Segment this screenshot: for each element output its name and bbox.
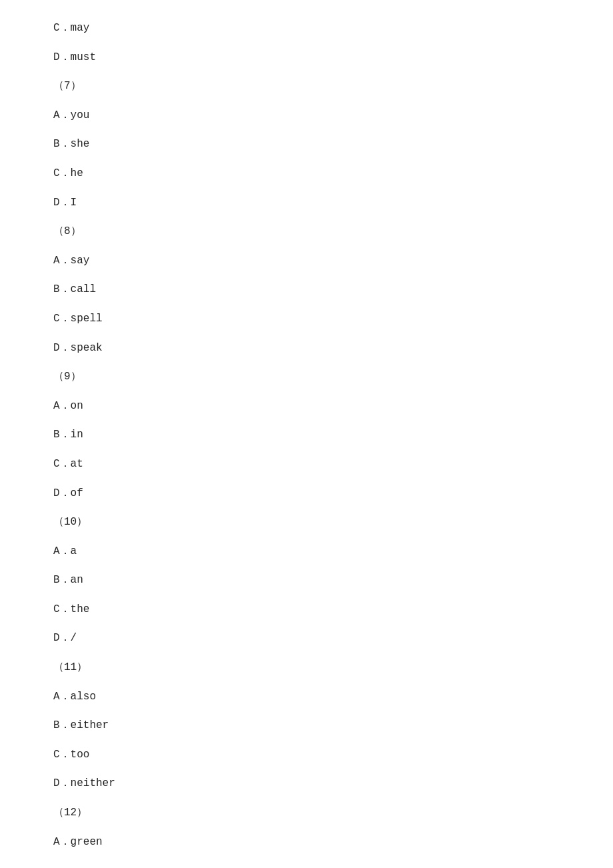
option-b-she: B．she — [53, 136, 560, 153]
question-12: （12） — [53, 805, 560, 822]
option-a-also: A．also — [53, 689, 560, 706]
option-b-in: B．in — [53, 427, 560, 444]
option-b-an: B．an — [53, 572, 560, 589]
question-7: （7） — [53, 78, 560, 95]
question-9: （9） — [53, 369, 560, 386]
option-a-a: A．a — [53, 543, 560, 561]
option-c-spell: C．spell — [53, 311, 560, 328]
option-c-may: C．may — [53, 20, 560, 37]
option-c-too: C．too — [53, 747, 560, 764]
option-c-at: C．at — [53, 456, 560, 473]
option-d-speak: D．speak — [53, 340, 560, 357]
question-11: （11） — [53, 659, 560, 677]
option-c-the: C．the — [53, 601, 560, 619]
option-d-of: D．of — [53, 485, 560, 503]
option-a-you: A．you — [53, 107, 560, 125]
option-a-green: A．green — [53, 834, 560, 851]
option-b-call: B．call — [53, 281, 560, 299]
option-b-either: B．either — [53, 717, 560, 735]
option-a-say: A．say — [53, 253, 560, 270]
option-d-neither: D．neither — [53, 775, 560, 793]
option-a-on: A．on — [53, 398, 560, 415]
option-c-he: C．he — [53, 165, 560, 183]
question-10: （10） — [53, 514, 560, 531]
page-content: C．may D．must （7） A．you B．she C．he D．I （8… — [0, 0, 613, 868]
question-8: （8） — [53, 223, 560, 241]
option-d-slash: D．/ — [53, 630, 560, 647]
option-d-i: D．I — [53, 195, 560, 212]
option-d-must: D．must — [53, 49, 560, 67]
